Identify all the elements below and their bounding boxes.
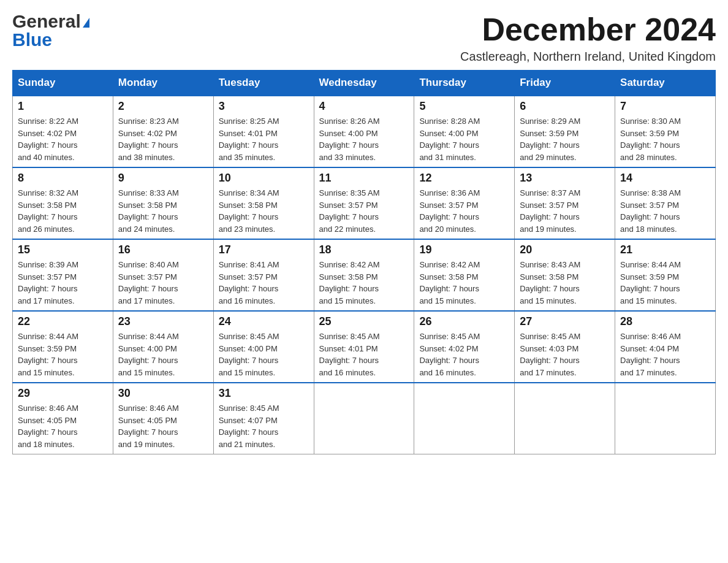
day-number: 4 [319,100,409,113]
day-info: Sunrise: 8:33 AMSunset: 3:58 PMDaylight:… [118,187,208,235]
day-number: 14 [620,172,710,185]
calendar-table: Sunday Monday Tuesday Wednesday Thursday… [12,70,716,454]
table-row: 28 Sunrise: 8:46 AMSunset: 4:04 PMDaylig… [615,311,716,383]
day-info: Sunrise: 8:35 AMSunset: 3:57 PMDaylight:… [319,187,409,235]
day-info: Sunrise: 8:25 AMSunset: 4:01 PMDaylight:… [219,115,309,163]
table-row: 18 Sunrise: 8:42 AMSunset: 3:58 PMDaylig… [314,239,414,311]
day-number: 10 [219,172,309,185]
day-info: Sunrise: 8:38 AMSunset: 3:57 PMDaylight:… [620,187,710,235]
day-info: Sunrise: 8:45 AMSunset: 4:01 PMDaylight:… [319,331,409,378]
day-number: 18 [319,243,409,256]
logo[interactable]: General Blue [12,12,89,50]
table-row: 15 Sunrise: 8:39 AMSunset: 3:57 PMDaylig… [13,239,113,311]
day-number: 1 [18,100,108,113]
calendar-week-4: 22 Sunrise: 8:44 AMSunset: 3:59 PMDaylig… [13,311,716,383]
header-monday: Monday [113,71,213,96]
table-row: 26 Sunrise: 8:45 AMSunset: 4:02 PMDaylig… [414,311,515,383]
day-number: 26 [419,315,509,328]
day-number: 9 [118,172,208,185]
calendar-week-3: 15 Sunrise: 8:39 AMSunset: 3:57 PMDaylig… [13,239,716,311]
calendar-week-1: 1 Sunrise: 8:22 AMSunset: 4:02 PMDayligh… [13,96,716,167]
day-number: 28 [620,315,710,328]
day-number: 2 [118,100,208,113]
table-row: 4 Sunrise: 8:26 AMSunset: 4:00 PMDayligh… [314,96,414,167]
day-number: 11 [319,172,409,185]
header-saturday: Saturday [615,71,716,96]
day-info: Sunrise: 8:28 AMSunset: 4:00 PMDaylight:… [419,115,509,163]
table-row: 20 Sunrise: 8:43 AMSunset: 3:58 PMDaylig… [515,239,615,311]
table-row: 3 Sunrise: 8:25 AMSunset: 4:01 PMDayligh… [213,96,314,167]
day-number: 30 [118,387,208,400]
day-info: Sunrise: 8:44 AMSunset: 4:00 PMDaylight:… [118,331,208,378]
day-info: Sunrise: 8:26 AMSunset: 4:00 PMDaylight:… [319,115,409,163]
table-row: 30 Sunrise: 8:46 AMSunset: 4:05 PMDaylig… [113,383,213,454]
day-info: Sunrise: 8:37 AMSunset: 3:57 PMDaylight:… [520,187,610,235]
day-number: 22 [18,315,108,328]
day-number: 19 [419,243,509,256]
table-row: 8 Sunrise: 8:32 AMSunset: 3:58 PMDayligh… [13,167,113,239]
table-row: 2 Sunrise: 8:23 AMSunset: 4:02 PMDayligh… [113,96,213,167]
title-block: December 2024 Castlereagh, Northern Irel… [460,12,716,64]
logo-blue: Blue [12,29,52,50]
day-info: Sunrise: 8:46 AMSunset: 4:04 PMDaylight:… [620,331,710,378]
day-info: Sunrise: 8:46 AMSunset: 4:05 PMDaylight:… [118,402,208,450]
table-row: 31 Sunrise: 8:45 AMSunset: 4:07 PMDaylig… [213,383,314,454]
day-info: Sunrise: 8:43 AMSunset: 3:58 PMDaylight:… [520,259,610,307]
day-number: 29 [18,387,108,400]
day-info: Sunrise: 8:45 AMSunset: 4:00 PMDaylight:… [219,331,309,378]
table-row: 22 Sunrise: 8:44 AMSunset: 3:59 PMDaylig… [13,311,113,383]
day-info: Sunrise: 8:41 AMSunset: 3:57 PMDaylight:… [219,259,309,307]
day-info: Sunrise: 8:22 AMSunset: 4:02 PMDaylight:… [18,115,108,163]
table-row: 12 Sunrise: 8:36 AMSunset: 3:57 PMDaylig… [414,167,515,239]
day-info: Sunrise: 8:36 AMSunset: 3:57 PMDaylight:… [419,187,509,235]
table-row: 16 Sunrise: 8:40 AMSunset: 3:57 PMDaylig… [113,239,213,311]
day-info: Sunrise: 8:23 AMSunset: 4:02 PMDaylight:… [118,115,208,163]
day-info: Sunrise: 8:40 AMSunset: 3:57 PMDaylight:… [118,259,208,307]
table-row: 21 Sunrise: 8:44 AMSunset: 3:59 PMDaylig… [615,239,716,311]
table-row: 17 Sunrise: 8:41 AMSunset: 3:57 PMDaylig… [213,239,314,311]
table-row: 25 Sunrise: 8:45 AMSunset: 4:01 PMDaylig… [314,311,414,383]
day-number: 3 [219,100,309,113]
day-info: Sunrise: 8:45 AMSunset: 4:02 PMDaylight:… [419,331,509,378]
day-info: Sunrise: 8:32 AMSunset: 3:58 PMDaylight:… [18,187,108,235]
day-info: Sunrise: 8:44 AMSunset: 3:59 PMDaylight:… [18,331,108,378]
page-header: General Blue December 2024 Castlereagh, … [12,12,716,64]
day-info: Sunrise: 8:45 AMSunset: 4:03 PMDaylight:… [520,331,610,378]
day-number: 23 [118,315,208,328]
day-number: 15 [18,243,108,256]
calendar-week-5: 29 Sunrise: 8:46 AMSunset: 4:05 PMDaylig… [13,383,716,454]
table-row: 10 Sunrise: 8:34 AMSunset: 3:58 PMDaylig… [213,167,314,239]
header-tuesday: Tuesday [213,71,314,96]
header-thursday: Thursday [414,71,515,96]
table-row: 1 Sunrise: 8:22 AMSunset: 4:02 PMDayligh… [13,96,113,167]
header-wednesday: Wednesday [314,71,414,96]
table-row: 9 Sunrise: 8:33 AMSunset: 3:58 PMDayligh… [113,167,213,239]
table-row [314,383,414,454]
table-row [515,383,615,454]
table-row: 7 Sunrise: 8:30 AMSunset: 3:59 PMDayligh… [615,96,716,167]
day-info: Sunrise: 8:46 AMSunset: 4:05 PMDaylight:… [18,402,108,450]
table-row [615,383,716,454]
logo-general: General [12,11,81,31]
day-info: Sunrise: 8:42 AMSunset: 3:58 PMDaylight:… [419,259,509,307]
day-number: 5 [419,100,509,113]
table-row: 11 Sunrise: 8:35 AMSunset: 3:57 PMDaylig… [314,167,414,239]
calendar-header-row: Sunday Monday Tuesday Wednesday Thursday… [13,71,716,96]
day-number: 12 [419,172,509,185]
calendar-week-2: 8 Sunrise: 8:32 AMSunset: 3:58 PMDayligh… [13,167,716,239]
day-number: 21 [620,243,710,256]
table-row: 27 Sunrise: 8:45 AMSunset: 4:03 PMDaylig… [515,311,615,383]
table-row: 29 Sunrise: 8:46 AMSunset: 4:05 PMDaylig… [13,383,113,454]
day-info: Sunrise: 8:30 AMSunset: 3:59 PMDaylight:… [620,115,710,163]
table-row: 6 Sunrise: 8:29 AMSunset: 3:59 PMDayligh… [515,96,615,167]
table-row [414,383,515,454]
logo-triangle-icon [83,18,89,28]
day-number: 6 [520,100,610,113]
day-number: 7 [620,100,710,113]
day-number: 31 [219,387,309,400]
month-title: December 2024 [460,12,716,47]
table-row: 24 Sunrise: 8:45 AMSunset: 4:00 PMDaylig… [213,311,314,383]
day-info: Sunrise: 8:45 AMSunset: 4:07 PMDaylight:… [219,402,309,450]
day-number: 17 [219,243,309,256]
table-row: 5 Sunrise: 8:28 AMSunset: 4:00 PMDayligh… [414,96,515,167]
